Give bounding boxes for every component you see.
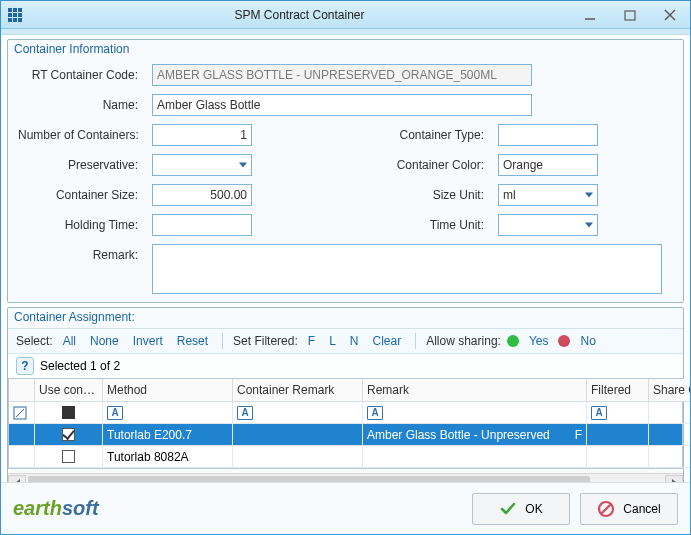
footer: earthsoft OK Cancel [1,482,690,534]
svg-line-6 [602,504,611,513]
check-icon [499,500,517,518]
filter-indicator-icon[interactable] [9,402,35,424]
maximize-button[interactable] [610,2,650,28]
cell-remark: Amber Glass Bottle - UnpreservedF [363,424,587,446]
remark-field[interactable] [152,244,662,294]
container-type-field[interactable] [498,124,598,146]
select-invert[interactable]: Invert [129,334,167,348]
close-button[interactable] [650,2,690,28]
container-information-title: Container Information [8,40,683,60]
cell-remark [363,446,587,468]
time-unit-select[interactable] [498,214,598,236]
table-header: Use container Method Container Remark Re… [9,379,682,402]
green-dot-icon [507,335,519,347]
assignment-toolbar: Select: All None Invert Reset Set Filter… [8,328,683,354]
cell-cremark [233,424,363,446]
col-filtered[interactable]: Filtered [587,379,649,402]
window-title: SPM Contract Container [29,8,570,22]
container-assignment-title: Container Assignment: [8,308,683,328]
set-filtered-l[interactable]: L [325,334,340,348]
label-time-unit: Time Unit: [370,218,490,232]
cell-method: Tutorlab E200.7 [103,424,233,446]
cell-filtered [587,446,649,468]
table-filter-row: A A A A A [9,402,682,424]
label-holding: Holding Time: [18,218,144,232]
table-row[interactable]: Tutorlab 8082A N/A [9,446,682,468]
earthsoft-logo: earthsoft [13,497,99,520]
title-bar: SPM Contract Container [1,1,690,29]
filter-method-chip[interactable]: A [107,406,123,420]
set-filtered-n[interactable]: N [346,334,363,348]
filter-filtered-chip[interactable]: A [591,406,607,420]
cell-cremark [233,446,363,468]
label-size: Container Size: [18,188,144,202]
app-icon [1,1,29,29]
name-field[interactable] [152,94,532,116]
container-color-field[interactable] [498,154,598,176]
allow-sharing-no[interactable]: No [576,334,599,348]
rt-container-code-field [152,64,532,86]
label-code: RT Container Code: [18,68,144,82]
ok-button[interactable]: OK [472,493,570,525]
preservative-select[interactable] [152,154,252,176]
allow-sharing-label: Allow sharing: [426,334,501,348]
selection-status: Selected 1 of 2 [40,359,120,373]
red-dot-icon [558,335,570,347]
label-size-unit: Size Unit: [370,188,490,202]
allow-sharing-yes[interactable]: Yes [525,334,553,348]
col-use[interactable]: Use container [35,379,103,402]
select-all[interactable]: All [59,334,80,348]
filter-remark-chip[interactable]: A [367,406,383,420]
assignment-table: Use container Method Container Remark Re… [8,378,683,469]
select-reset[interactable]: Reset [173,334,212,348]
container-information-panel: Container Information RT Container Code:… [7,39,684,303]
col-remark[interactable]: Remark [363,379,587,402]
select-label: Select: [16,334,53,348]
cancel-icon [597,500,615,518]
container-assignment-panel: Container Assignment: Select: All None I… [7,307,684,496]
container-size-field[interactable] [152,184,252,206]
label-num: Number of Containers: [18,128,144,142]
number-of-containers-field[interactable] [152,124,252,146]
set-filtered-clear[interactable]: Clear [369,334,406,348]
label-remark: Remark: [18,244,144,262]
cell-method: Tutorlab 8082A [103,446,233,468]
size-unit-select[interactable]: ml [498,184,598,206]
label-name: Name: [18,98,144,112]
svg-rect-1 [625,11,635,20]
label-type: Container Type: [370,128,490,142]
label-color: Container Color: [370,158,490,172]
selection-status-row: ? Selected 1 of 2 [8,354,683,378]
help-icon[interactable]: ? [16,357,34,375]
use-checkbox[interactable] [62,450,75,463]
holding-time-field[interactable] [152,214,252,236]
col-method[interactable]: Method [103,379,233,402]
cell-filtered [587,424,649,446]
use-checkbox[interactable] [62,428,75,441]
cancel-label: Cancel [623,502,660,516]
col-cremark[interactable]: Container Remark [233,379,363,402]
cancel-button[interactable]: Cancel [580,493,678,525]
ok-label: OK [525,502,542,516]
filter-cremark-chip[interactable]: A [237,406,253,420]
minimize-button[interactable] [570,2,610,28]
table-row[interactable]: Tutorlab E200.7 Amber Glass Bottle - Unp… [9,424,682,446]
label-preservative: Preservative: [18,158,144,172]
filter-use-checkbox[interactable] [62,406,75,419]
col-share[interactable]: Share Container [649,379,691,402]
select-none[interactable]: None [86,334,123,348]
set-filtered-f[interactable]: F [304,334,319,348]
set-filtered-label: Set Filtered: [233,334,298,348]
